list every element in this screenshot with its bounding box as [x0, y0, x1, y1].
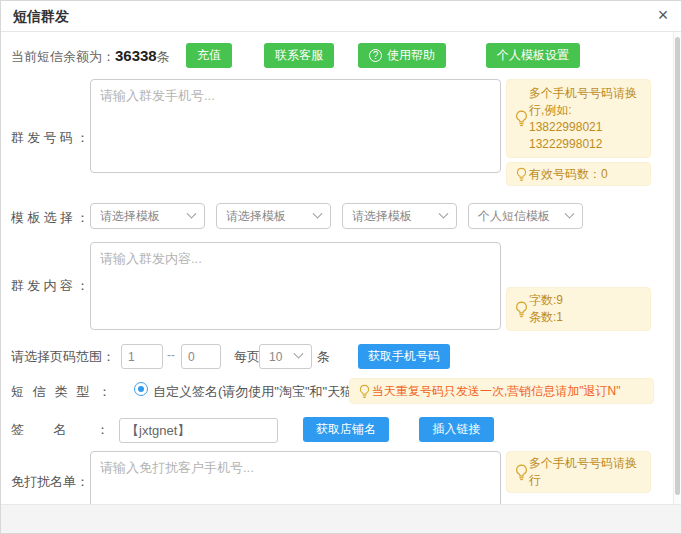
chevron-down-icon — [313, 208, 323, 218]
hint-number-2: 13222998012 — [529, 137, 602, 151]
page-unit-label: 条 — [317, 348, 330, 366]
page-from-input[interactable] — [121, 344, 163, 369]
content-textarea[interactable] — [90, 242, 501, 330]
hint-number-1: 13822998021 — [529, 120, 602, 134]
page-to-input[interactable] — [181, 344, 221, 369]
page-size-select[interactable]: 10 — [259, 344, 312, 369]
count-hint-text: 字数:9 条数:1 — [529, 292, 644, 326]
valid-count-box: 有效号码数：0 — [506, 162, 651, 186]
chevron-down-icon — [439, 208, 449, 218]
help-button[interactable]: ? 使用帮助 — [358, 43, 446, 68]
lightbulb-icon — [513, 464, 529, 481]
template-label: 模板选择： — [11, 209, 89, 227]
insert-link-button[interactable]: 插入链接 — [419, 417, 494, 442]
close-icon[interactable]: × — [652, 3, 674, 27]
chevron-down-icon — [187, 208, 197, 218]
get-shop-name-button[interactable]: 获取店铺名 — [303, 417, 389, 442]
blacklist-label: 免打扰名单： — [11, 473, 89, 491]
repeat-warning-text: 当天重复号码只发送一次,营销信息请加"退订N" — [372, 383, 647, 400]
insert-link-label: 插入链接 — [433, 422, 481, 436]
lightbulb-icon — [513, 167, 529, 182]
recharge-label: 充值 — [197, 43, 221, 68]
signature-input[interactable] — [119, 418, 278, 443]
per-page-label: 每页 — [234, 348, 260, 366]
content-label: 群发内容： — [11, 277, 89, 295]
blacklist-hint-text: 多个手机号号码请换行 — [529, 455, 644, 489]
personal-template-settings-button[interactable]: 个人模板设置 — [486, 43, 580, 68]
get-shop-name-label: 获取店铺名 — [316, 422, 376, 436]
recipients-textarea[interactable] — [90, 79, 501, 173]
template-select-3-value: 请选择模板 — [352, 208, 412, 225]
template-select-2-value: 请选择模板 — [226, 208, 286, 225]
scrollbar-thumb[interactable] — [675, 37, 680, 495]
page-range-label: 请选择页码范围： — [11, 348, 115, 366]
custom-signature-radio[interactable] — [134, 382, 148, 396]
fetch-label: 获取手机号码 — [368, 349, 440, 363]
balance-text: 当前短信余额为：36338条 — [11, 47, 170, 66]
blacklist-hint-box: 多个手机号号码请换行 — [506, 451, 651, 493]
recipients-hint-text: 多个手机号号码请换行,例如: 13822998021 13222998012 — [529, 85, 644, 153]
fetch-phone-numbers-button[interactable]: 获取手机号码 — [358, 344, 450, 369]
repeat-warning-box: 当天重复号码只发送一次,营销信息请加"退订N" — [349, 378, 654, 404]
custom-signature-radio-label[interactable]: 自定义签名(请勿使用"淘宝"和"天猫") — [153, 383, 362, 401]
balance-prefix: 当前短信余额为： — [11, 49, 115, 64]
question-icon: ? — [369, 49, 382, 62]
lightbulb-icon — [356, 384, 372, 399]
radio-dot — [138, 386, 144, 392]
valid-count-text: 有效号码数：0 — [529, 166, 644, 183]
chevron-down-icon — [565, 208, 575, 218]
lightbulb-icon — [513, 301, 529, 318]
template-select-2[interactable]: 请选择模板 — [216, 203, 331, 229]
help-label: 使用帮助 — [387, 43, 435, 68]
contact-label: 联系客服 — [275, 43, 323, 68]
chevron-down-icon — [294, 349, 304, 359]
recharge-button[interactable]: 充值 — [186, 43, 232, 68]
blacklist-textarea[interactable] — [90, 451, 501, 511]
sms-bulk-send-dialog: 短信群发 × 当前短信余额为：36338条 充值 联系客服 ? 使用帮助 个人模… — [0, 0, 682, 534]
template-select-1[interactable]: 请选择模板 — [90, 203, 205, 229]
template-select-3[interactable]: 请选择模板 — [342, 203, 457, 229]
template-select-personal[interactable]: 个人短信模板 — [468, 203, 583, 229]
recipients-label: 群发号码： — [11, 129, 89, 147]
balance-value: 36338 — [115, 47, 157, 64]
hint-intro: 多个手机号号码请换行,例如: — [529, 86, 637, 117]
dialog-title: 短信群发 — [13, 8, 69, 26]
page-range-separator: -- — [167, 348, 175, 362]
signature-label: 签名： — [11, 421, 109, 439]
template-select-personal-value: 个人短信模板 — [478, 208, 550, 225]
template-settings-label: 个人模板设置 — [497, 43, 569, 68]
recipients-hint-box: 多个手机号号码请换行,例如: 13822998021 13222998012 — [506, 79, 651, 158]
contact-support-button[interactable]: 联系客服 — [264, 43, 334, 68]
page-size-value: 10 — [269, 350, 282, 364]
count-hint-box: 字数:9 条数:1 — [506, 287, 651, 331]
scrollbar-track[interactable] — [673, 32, 681, 504]
header-divider — [1, 31, 682, 32]
footer-bar: 预览并发送 取消 — [1, 504, 682, 534]
msg-count: 条数:1 — [529, 310, 563, 324]
template-select-1-value: 请选择模板 — [100, 208, 160, 225]
balance-unit: 条 — [157, 49, 170, 64]
char-count: 字数:9 — [529, 293, 563, 307]
lightbulb-icon — [513, 110, 529, 127]
sms-type-label: 短信类型： — [11, 383, 111, 401]
